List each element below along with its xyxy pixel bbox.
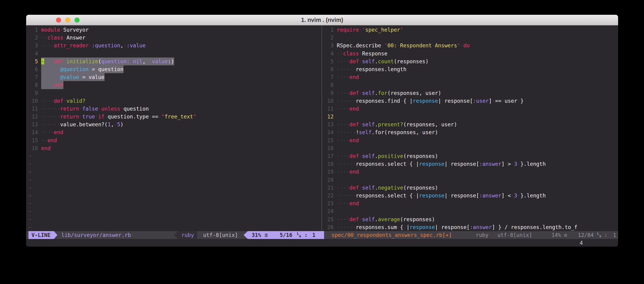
code-line[interactable]: 8····end bbox=[28, 81, 322, 89]
line-number: 20 bbox=[324, 176, 337, 184]
vim-pane-left[interactable]: 1module·Surveyor2··class·Answer3····attr… bbox=[28, 26, 322, 231]
code-line[interactable]: 7······@value·=·value bbox=[28, 73, 322, 81]
code-line[interactable]: 10······responses.find·{·|response|·resp… bbox=[324, 97, 618, 105]
code-line[interactable]: 22······responses.select·{·|response|·re… bbox=[324, 192, 618, 199]
empty-buffer-line: ~ bbox=[28, 223, 322, 231]
code-text: ······!self.for(responses,·user) bbox=[337, 128, 438, 136]
code-text: ··end bbox=[41, 137, 57, 144]
code-line[interactable]: 1module·Surveyor bbox=[28, 26, 322, 34]
code-line[interactable]: 1require·'spec_helper' bbox=[324, 26, 618, 34]
code-line[interactable]: 4 bbox=[28, 50, 322, 57]
code-text: ······responses.select·{·|response|·resp… bbox=[337, 192, 546, 199]
code-line[interactable]: 8 bbox=[324, 81, 618, 89]
code-text: RSpec.describe·'00:·Respondent·Answers'·… bbox=[337, 42, 470, 49]
code-line[interactable]: 14····end bbox=[28, 128, 322, 136]
code-text: end bbox=[41, 144, 51, 152]
vim-command-line: 4 bbox=[26, 239, 618, 247]
code-text: ····end bbox=[337, 137, 359, 144]
vim-pane-right[interactable]: 1require·'spec_helper'23RSpec.describe·'… bbox=[324, 26, 618, 231]
terminal-content[interactable]: 1module·Surveyor2··class·Answer3····attr… bbox=[26, 25, 618, 247]
powerline-chevron-left-icon bbox=[197, 231, 201, 239]
line-number: 11 bbox=[324, 105, 337, 113]
code-line[interactable]: 15····end bbox=[324, 137, 618, 144]
code-line[interactable]: 19····end bbox=[324, 168, 618, 176]
code-line[interactable]: 15··end bbox=[28, 137, 322, 144]
code-line[interactable]: 16end bbox=[28, 144, 322, 152]
code-line[interactable]: 5····def·initialize(question:·nil,··valu… bbox=[28, 57, 322, 65]
code-line[interactable]: 18······responses.select·{·|response|·re… bbox=[324, 160, 618, 168]
hamburger-icon: ≡ bbox=[564, 231, 567, 239]
code-line[interactable]: 16 bbox=[324, 144, 618, 152]
window-title: 1. nvim . (nvim) bbox=[26, 15, 618, 25]
line-number: 17 bbox=[324, 152, 337, 160]
statusline-filename: spec/00_respondents_answers_spec.rb[+] bbox=[332, 231, 452, 239]
line-number: 25 bbox=[324, 215, 337, 223]
code-text: ······responses.select·{·|response|·resp… bbox=[337, 160, 546, 168]
code-text-selected: ····def·initialize(question:·nil,··value… bbox=[41, 57, 174, 65]
code-line[interactable]: 21····def·self.negative(responses) bbox=[324, 184, 618, 192]
code-text: ····end bbox=[337, 105, 359, 113]
code-line[interactable]: 13······value.between?(1,·5) bbox=[28, 121, 322, 128]
code-text: ····def·self.average(responses) bbox=[337, 215, 435, 223]
code-line[interactable]: 2 bbox=[324, 34, 618, 42]
code-line[interactable]: 11······return·false·unless·question bbox=[28, 105, 322, 113]
powerline-chevron-left-icon bbox=[174, 231, 178, 239]
code-text: ····def·self.positive(responses) bbox=[337, 152, 438, 160]
statusline-column: 1 bbox=[312, 231, 316, 239]
line-number: 13 bbox=[28, 121, 41, 128]
statusline-lineinfo: 5/16 bbox=[280, 231, 292, 239]
line-number: 7 bbox=[324, 73, 337, 81]
code-line[interactable]: 2··class·Answer bbox=[28, 34, 322, 42]
empty-buffer-line: ~ bbox=[28, 176, 322, 184]
desktop: 1. nvim . (nvim) 1module·Surveyor2··clas… bbox=[0, 0, 644, 284]
code-line[interactable]: 9····def·self.for(responses,·user) bbox=[324, 89, 618, 97]
statusline-column: 1 bbox=[613, 231, 616, 239]
code-line[interactable]: 25····def·self.average(responses) bbox=[324, 215, 618, 223]
vim-vertical-separator[interactable] bbox=[322, 25, 322, 231]
code-line[interactable]: 6······@question·=·question bbox=[28, 65, 322, 73]
cursor-block: · bbox=[41, 58, 44, 64]
code-line[interactable]: 6······responses.length bbox=[324, 65, 618, 73]
code-text: ····end bbox=[337, 199, 359, 207]
code-line[interactable]: 23····end bbox=[324, 199, 618, 207]
code-line[interactable]: 26······responses.sum·{·|response|·respo… bbox=[324, 223, 618, 231]
empty-buffer-line: ~ bbox=[28, 184, 322, 192]
code-text: module·Surveyor bbox=[41, 26, 88, 34]
code-line[interactable]: 11····end bbox=[324, 105, 618, 113]
code-text: ··class·Response bbox=[337, 50, 388, 57]
code-line[interactable]: 7····end bbox=[324, 73, 618, 81]
code-line[interactable]: 12 bbox=[324, 113, 618, 121]
code-line[interactable]: 9 bbox=[28, 89, 322, 97]
line-number: 16 bbox=[324, 144, 337, 152]
line-number: 26 bbox=[324, 223, 337, 231]
line-number-icon: LN bbox=[297, 231, 301, 239]
code-line[interactable]: 17····def·self.positive(responses) bbox=[324, 152, 618, 160]
line-number: 8 bbox=[324, 81, 337, 89]
line-number: 3 bbox=[324, 42, 337, 49]
code-text: ····def·self.present?(responses,·user) bbox=[337, 121, 457, 128]
code-text: ····def·valid? bbox=[41, 97, 86, 105]
hamburger-icon: ≡ bbox=[265, 231, 268, 239]
code-line[interactable]: 4··class·Response bbox=[324, 50, 618, 57]
code-line[interactable]: 12······return·true·if·question.type·==·… bbox=[28, 113, 322, 121]
code-line[interactable]: 5····def·self.count(responses) bbox=[324, 57, 618, 65]
line-number: 1 bbox=[28, 26, 41, 34]
statusline-percent: 14% bbox=[552, 231, 561, 239]
code-line[interactable]: 3····attr_reader·:question,·:value bbox=[28, 42, 322, 49]
line-number: 22 bbox=[324, 192, 337, 199]
code-line[interactable]: 13····def·self.present?(responses,·user) bbox=[324, 121, 618, 128]
code-line[interactable]: 24 bbox=[324, 207, 618, 215]
code-text: ······responses.sum·{·|response|·respons… bbox=[337, 223, 578, 231]
code-text-selected: ······@value·=·value bbox=[41, 73, 104, 81]
code-text: ······return·true·if·question.type·==·"f… bbox=[41, 113, 196, 121]
line-number: 14 bbox=[324, 128, 337, 136]
line-number: 6 bbox=[28, 65, 41, 73]
line-number: 19 bbox=[324, 168, 337, 176]
code-line[interactable]: 3RSpec.describe·'00:·Respondent·Answers'… bbox=[324, 42, 618, 49]
code-line[interactable]: 14······!self.for(responses,·user) bbox=[324, 128, 618, 136]
code-line[interactable]: 10····def·valid? bbox=[28, 97, 322, 105]
code-line[interactable]: 20 bbox=[324, 176, 618, 184]
line-number: 10 bbox=[324, 97, 337, 105]
line-number: 16 bbox=[28, 144, 41, 152]
empty-buffer-line: ~ bbox=[28, 160, 322, 168]
